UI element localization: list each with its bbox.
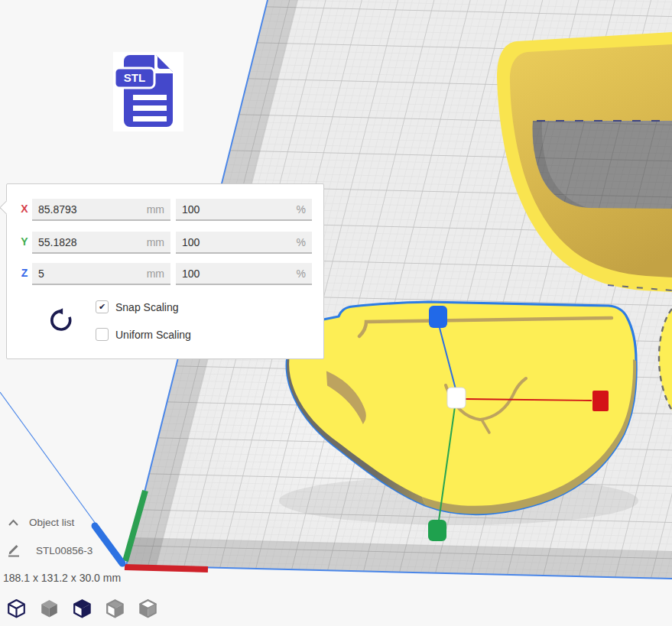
- axis-label-y: Y: [16, 235, 33, 248]
- snap-scaling-checkmark: ✔: [99, 302, 106, 311]
- y-mm-input[interactable]: [32, 232, 170, 252]
- scale-row-y: Y mm %: [7, 232, 323, 254]
- y-percent-input[interactable]: [176, 232, 312, 252]
- scale-handle-z[interactable]: [429, 306, 447, 328]
- reset-scale-button[interactable]: [47, 307, 74, 336]
- axis-label-x: X: [16, 203, 33, 215]
- x-percent-input[interactable]: [176, 199, 312, 219]
- uniform-scaling-label: Uniform Scaling: [115, 329, 191, 341]
- x-pct-field-wrap: %: [176, 199, 312, 221]
- scale-tool-panel: X mm % Y mm % Z mm %: [6, 183, 324, 359]
- view-top-button[interactable]: [71, 598, 93, 620]
- cube-front-icon: [38, 598, 60, 620]
- x-mm-input[interactable]: [32, 199, 170, 219]
- snap-scaling-checkbox[interactable]: ✔: [96, 300, 109, 313]
- cube-top-face-white-icon: [137, 598, 159, 620]
- stl-file-icon: STL: [113, 52, 183, 131]
- chevron-up-icon[interactable]: [8, 519, 19, 527]
- z-mm-input[interactable]: [32, 263, 170, 284]
- object-list-title[interactable]: Object list: [29, 517, 74, 528]
- y-pct-field-wrap: %: [176, 232, 312, 254]
- scale-handle-y[interactable]: [428, 520, 446, 541]
- y-mm-field-wrap: mm: [32, 232, 170, 254]
- snap-scaling-label: Snap Scaling: [115, 301, 179, 313]
- x-axis-indicator: [125, 567, 208, 569]
- z-axis-indicator: [95, 526, 122, 563]
- cube-3d-icon: [5, 598, 28, 620]
- cube-left-face-white-icon: [104, 598, 126, 620]
- z-pct-field-wrap: %: [176, 263, 312, 285]
- view-orientation-toolbar: [5, 598, 159, 620]
- stl-document-icon: STL: [113, 52, 183, 131]
- view-front-button[interactable]: [38, 598, 60, 620]
- view-left-button[interactable]: [104, 598, 126, 620]
- z-percent-input[interactable]: [176, 263, 312, 284]
- uniform-scaling-checkbox[interactable]: [96, 328, 109, 341]
- scale-row-x: X mm %: [7, 199, 323, 221]
- axis-label-z: Z: [16, 267, 33, 279]
- view-right-button[interactable]: [137, 598, 159, 620]
- view-3d-button[interactable]: [5, 598, 28, 620]
- stl-badge-label: STL: [124, 71, 145, 84]
- x-mm-field-wrap: mm: [32, 199, 170, 221]
- object-list-item[interactable]: STL00856-3: [7, 543, 21, 559]
- scale-handle-center[interactable]: [447, 388, 466, 408]
- model-dimensions-label: 188.1 x 131.2 x 30.0 mm: [3, 572, 121, 584]
- z-mm-field-wrap: mm: [32, 263, 170, 285]
- cube-left-face-navy-icon: [71, 598, 93, 620]
- scale-row-z: Z mm %: [7, 263, 323, 285]
- pencil-edit-icon[interactable]: [7, 543, 21, 558]
- reset-rotate-icon: [47, 307, 73, 334]
- scale-handle-x[interactable]: [592, 391, 609, 411]
- model-name-label: STL00856-3: [36, 545, 93, 556]
